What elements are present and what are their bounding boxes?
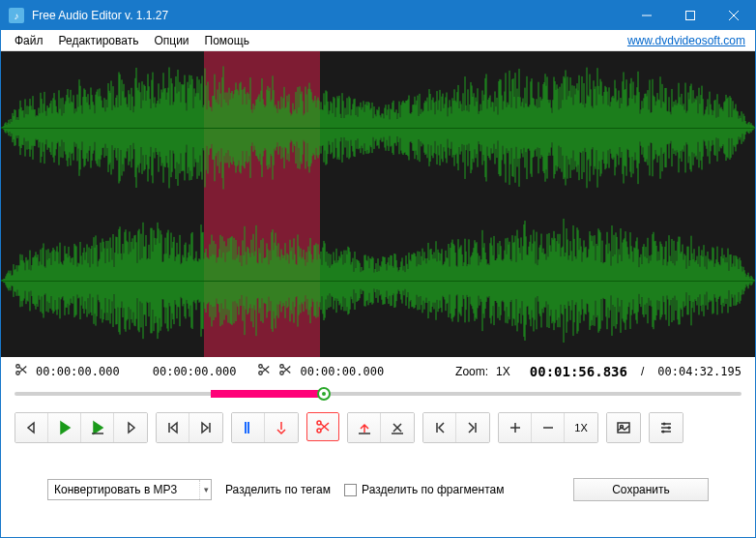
minimize-button[interactable]: [625, 1, 668, 30]
seek-track: [15, 392, 741, 396]
menu-edit[interactable]: Редактировать: [51, 32, 147, 49]
svg-point-2: [16, 372, 20, 375]
cut-time: 00:00:00.000: [300, 365, 384, 378]
website-link[interactable]: www.dvdvideosoft.com: [627, 34, 749, 47]
svg-point-5: [280, 365, 284, 369]
zoom-reset-button[interactable]: 1X: [565, 413, 597, 442]
settings-button[interactable]: [650, 413, 683, 442]
trim-in-button[interactable]: [348, 413, 381, 442]
total-time: 00:04:32.195: [657, 365, 741, 378]
menu-help[interactable]: Помощь: [197, 32, 257, 49]
convert-format-label: Конвертировать в MP3: [54, 483, 199, 496]
svg-point-1: [16, 365, 20, 369]
seek-slider[interactable]: [15, 385, 741, 403]
time-info-row: 00:00:00.000 00:00:00.000 00:00:00.000 Z…: [1, 357, 755, 381]
zoom-label: Zoom:: [455, 365, 488, 378]
zoom-out-button[interactable]: [532, 413, 565, 442]
skip-end-button[interactable]: [189, 413, 222, 442]
scissors-icon: [278, 363, 292, 379]
image-button[interactable]: [607, 413, 640, 442]
save-button[interactable]: Сохранить: [573, 478, 709, 501]
prev-button[interactable]: [15, 413, 48, 442]
goto-sel-end-button[interactable]: [456, 413, 489, 442]
svg-point-8: [317, 429, 321, 433]
marker-out-button[interactable]: [265, 413, 298, 442]
cut-button[interactable]: [306, 412, 339, 441]
scissors-icon: [257, 363, 271, 379]
svg-point-12: [668, 427, 671, 430]
app-icon: ♪: [9, 8, 24, 23]
seek-selection-range: [211, 390, 324, 398]
svg-point-7: [317, 421, 321, 425]
split-by-tags-label[interactable]: Разделить по тегам: [225, 483, 331, 496]
menubar: Файл Редактировать Опции Помощь www.dvdv…: [1, 30, 755, 51]
zoom-in-button[interactable]: [499, 413, 532, 442]
skip-start-button[interactable]: [157, 413, 189, 442]
close-button[interactable]: [712, 1, 755, 30]
current-time: 00:01:56.836: [530, 364, 627, 379]
maximize-button[interactable]: [668, 1, 712, 30]
svg-point-13: [662, 431, 665, 433]
checkbox-icon: [344, 484, 357, 496]
channel-midline: [1, 128, 755, 129]
svg-point-6: [280, 372, 284, 375]
split-by-fragments-checkbox[interactable]: Разделить по фрагментам: [344, 483, 504, 496]
convert-format-combo[interactable]: Конвертировать в MP3 ▾: [47, 479, 212, 500]
play-selection-button[interactable]: [81, 413, 114, 442]
selection-end-time: 00:00:00.000: [153, 365, 237, 378]
seek-thumb[interactable]: [317, 387, 331, 401]
play-button[interactable]: [48, 413, 81, 442]
menu-file[interactable]: Файл: [7, 32, 51, 49]
delete-selection-button[interactable]: [381, 413, 414, 442]
svg-point-3: [259, 365, 263, 369]
chevron-down-icon: ▾: [199, 480, 209, 499]
channel-midline: [1, 281, 755, 282]
scissors-icon: [15, 363, 28, 379]
bottom-bar: Конвертировать в MP3 ▾ Разделить по тега…: [1, 478, 755, 517]
next-button[interactable]: [114, 413, 147, 442]
svg-rect-0: [685, 12, 694, 20]
toolbar: 1X: [1, 412, 755, 455]
marker-in-button[interactable]: [232, 413, 265, 442]
svg-point-11: [663, 423, 666, 426]
menu-options[interactable]: Опции: [146, 32, 196, 49]
goto-sel-start-button[interactable]: [423, 413, 456, 442]
selection-start-time: 00:00:00.000: [36, 365, 120, 378]
time-separator: /: [641, 365, 644, 378]
titlebar: ♪ Free Audio Editor v. 1.1.27: [1, 1, 755, 30]
waveform-display[interactable]: [1, 51, 755, 357]
svg-point-4: [259, 372, 263, 375]
window-title: Free Audio Editor v. 1.1.27: [32, 9, 625, 22]
zoom-value: 1X: [496, 365, 510, 378]
